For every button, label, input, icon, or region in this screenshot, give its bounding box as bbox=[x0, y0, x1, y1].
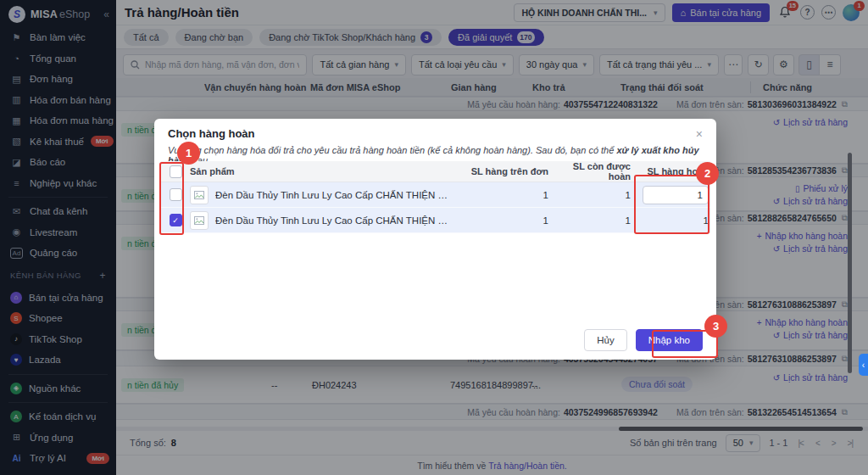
modal-description-text: Vui lòng chọn hàng hóa đổi trả cho yêu c… bbox=[168, 145, 616, 155]
product-cell: Đèn Dầu Thủy Tinh Lưu Ly Cao Cấp CHẤN TH… bbox=[190, 186, 450, 204]
qty-on-order-cell: 1 bbox=[450, 190, 550, 200]
qty-return-input[interactable] bbox=[643, 186, 709, 204]
qty-return-cell bbox=[632, 186, 710, 204]
qty-return-column-header: SL hàng hoàn bbox=[632, 166, 710, 176]
qty-returnable-column-header: SL còn được hoàn bbox=[550, 161, 632, 182]
modal-header: Chọn hàng hoàn × bbox=[154, 119, 716, 142]
product-column-header: Sản phẩm bbox=[190, 166, 450, 176]
product-cell: Đèn Dầu Thủy Tinh Lưu Ly Cao Cấp CHẤN TH… bbox=[190, 211, 450, 230]
row-checkbox[interactable]: ✓ bbox=[170, 214, 182, 226]
product-name: Đèn Dầu Thủy Tinh Lưu Ly Cao Cấp CHẤN TH… bbox=[215, 215, 450, 226]
qty-return-cell: 1 bbox=[632, 215, 710, 226]
qty-on-order-cell: 1 bbox=[450, 215, 550, 226]
checkbox-cell: ✓ bbox=[161, 214, 190, 226]
close-icon[interactable]: × bbox=[696, 128, 703, 140]
row-checkbox[interactable] bbox=[170, 188, 182, 201]
product-image-placeholder-icon bbox=[190, 211, 209, 230]
modal-table-header: Sản phẩm SL hàng trên đơn SL còn được ho… bbox=[161, 161, 710, 182]
select-all-checkbox[interactable] bbox=[170, 165, 182, 178]
submit-button[interactable]: Nhập kho bbox=[636, 329, 703, 351]
cancel-button[interactable]: Hủy bbox=[584, 329, 626, 351]
modal-title: Chọn hàng hoàn bbox=[168, 127, 255, 140]
product-image-placeholder-icon bbox=[190, 186, 209, 204]
qty-return-value: 1 bbox=[704, 215, 709, 226]
checkbox-cell bbox=[161, 188, 190, 201]
modal-product-row: ✓Đèn Dầu Thủy Tinh Lưu Ly Cao Cấp CHẤN T… bbox=[161, 208, 710, 233]
modal-product-table: Sản phẩm SL hàng trên đơn SL còn được ho… bbox=[161, 161, 710, 233]
qty-on-order-column-header: SL hàng trên đơn bbox=[450, 166, 550, 176]
modal-table-rows: Đèn Dầu Thủy Tinh Lưu Ly Cao Cấp CHẤN TH… bbox=[161, 182, 710, 233]
app-root: S MISA eShop « ⚑Bàn làm việc◔Tổng quan▤Đ… bbox=[0, 0, 868, 475]
modal-product-row: Đèn Dầu Thủy Tinh Lưu Ly Cao Cấp CHẤN TH… bbox=[161, 182, 710, 208]
modal-footer: Hủy Nhập kho bbox=[584, 329, 703, 351]
qty-returnable-cell: 1 bbox=[550, 190, 632, 200]
qty-returnable-cell: 1 bbox=[550, 215, 632, 226]
side-panel-handle[interactable]: ‹ bbox=[859, 354, 868, 376]
product-name: Đèn Dầu Thủy Tinh Lưu Ly Cao Cấp CHẤN TH… bbox=[215, 190, 450, 200]
return-items-modal: Chọn hàng hoàn × Vui lòng chọn hàng hóa … bbox=[154, 119, 716, 360]
